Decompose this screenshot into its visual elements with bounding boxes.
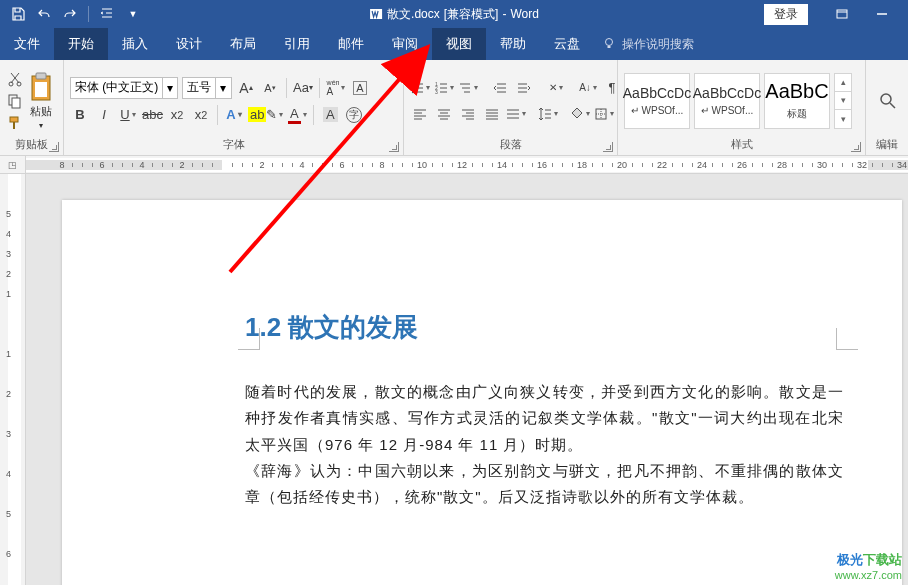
tab-help[interactable]: 帮助 bbox=[486, 28, 540, 60]
style-sample: AaBbCcDc bbox=[693, 85, 761, 101]
qat-dropdown-icon[interactable]: ▼ bbox=[123, 4, 143, 24]
text-effects-icon[interactable]: A bbox=[224, 105, 244, 125]
compat-mode: [兼容模式] bbox=[444, 6, 499, 23]
align-right-icon[interactable] bbox=[458, 104, 478, 124]
tab-cloud[interactable]: 云盘 bbox=[540, 28, 594, 60]
multilevel-list-icon[interactable] bbox=[458, 78, 478, 98]
font-launcher-icon[interactable] bbox=[389, 142, 399, 152]
tab-insert[interactable]: 插入 bbox=[108, 28, 162, 60]
highlight-icon[interactable]: ab✎ bbox=[248, 105, 283, 125]
style-card[interactable]: AaBbCcDc ↵ WPSOf... bbox=[694, 73, 760, 129]
align-distributed-icon[interactable] bbox=[506, 104, 526, 124]
styles-launcher-icon[interactable] bbox=[851, 142, 861, 152]
enclose-characters-icon[interactable]: 字 bbox=[344, 105, 364, 125]
superscript-icon[interactable]: x2 bbox=[191, 105, 211, 125]
tab-view[interactable]: 视图 bbox=[432, 28, 486, 60]
document-scroll[interactable]: 1.2 散文的发展 随着时代的发展，散文的概念由广义向狭义转变，并受到西方文化的… bbox=[26, 174, 908, 585]
tab-mailings[interactable]: 邮件 bbox=[324, 28, 378, 60]
increase-indent-icon[interactable] bbox=[514, 78, 534, 98]
style-name: ↵ WPSOf... bbox=[631, 105, 683, 116]
paste-button[interactable]: 粘贴 ▾ bbox=[28, 72, 54, 130]
copy-icon[interactable] bbox=[6, 92, 24, 110]
gallery-expand-icon[interactable]: ▾ bbox=[835, 110, 851, 127]
decrease-indent-icon[interactable] bbox=[490, 78, 510, 98]
tab-design[interactable]: 设计 bbox=[162, 28, 216, 60]
character-shading-icon[interactable]: A bbox=[320, 105, 340, 125]
svg-rect-10 bbox=[35, 82, 47, 97]
phonetic-guide-icon[interactable]: wénA bbox=[326, 78, 346, 98]
redo-icon[interactable] bbox=[60, 4, 80, 24]
undo-icon[interactable] bbox=[34, 4, 54, 24]
find-icon[interactable] bbox=[878, 91, 898, 111]
svg-point-13 bbox=[412, 90, 414, 92]
qat-customize-icon[interactable] bbox=[97, 4, 117, 24]
ribbon-display-options-icon[interactable] bbox=[822, 0, 862, 28]
sort-icon[interactable]: A↓ bbox=[578, 78, 598, 98]
vertical-ruler[interactable]: 5 4 3 2 1 1 2 3 4 5 6 bbox=[0, 174, 26, 585]
style-name: 标题 bbox=[787, 107, 807, 121]
svg-point-18 bbox=[881, 94, 891, 104]
title-bar-right: 登录 bbox=[764, 0, 908, 28]
tell-me-search[interactable]: 操作说明搜索 bbox=[602, 28, 694, 60]
save-icon[interactable] bbox=[8, 4, 28, 24]
document-paragraph: 《辞海》认为：中国六朝以来，为区别韵文与骈文，把凡不押韵、不重排偶的散体文章（包… bbox=[245, 458, 844, 511]
font-name-combo[interactable]: 宋体 (中文正文) ▾ bbox=[70, 77, 178, 99]
group-editing: 编辑 bbox=[866, 60, 908, 155]
align-center-icon[interactable] bbox=[434, 104, 454, 124]
line-spacing-icon[interactable] bbox=[538, 104, 558, 124]
styles-group-label: 样式 bbox=[618, 137, 865, 155]
tab-references[interactable]: 引用 bbox=[270, 28, 324, 60]
character-border-icon[interactable]: A bbox=[350, 78, 370, 98]
gallery-down-icon[interactable]: ▾ bbox=[835, 92, 851, 110]
ruler-corner[interactable]: ◳ bbox=[0, 156, 26, 174]
window-title: 散文.docx [兼容模式] - Word bbox=[369, 6, 539, 23]
cut-icon[interactable] bbox=[6, 70, 24, 88]
style-name: ↵ WPSOf... bbox=[701, 105, 753, 116]
chevron-down-icon: ▾ bbox=[162, 78, 176, 98]
align-left-icon[interactable] bbox=[410, 104, 430, 124]
font-size-combo[interactable]: 五号 ▾ bbox=[182, 77, 232, 99]
clipboard-launcher-icon[interactable] bbox=[49, 142, 59, 152]
format-painter-icon[interactable] bbox=[6, 114, 24, 132]
italic-icon[interactable]: I bbox=[94, 105, 114, 125]
document-paragraph: 随着时代的发展，散文的概念由广义向狭义转变，并受到西方文化的影响。散文是一种抒发… bbox=[245, 379, 844, 458]
grow-font-icon[interactable]: A▴ bbox=[236, 78, 256, 98]
title-bar: ▼ 散文.docx [兼容模式] - Word 登录 bbox=[0, 0, 908, 28]
align-justify-icon[interactable] bbox=[482, 104, 502, 124]
show-marks-icon[interactable]: ¶ bbox=[602, 78, 622, 98]
margin-corner-icon bbox=[836, 328, 858, 350]
quick-access-toolbar: ▼ bbox=[0, 4, 143, 24]
shading-icon[interactable] bbox=[570, 104, 590, 124]
asian-layout-icon[interactable]: ✕ bbox=[546, 78, 566, 98]
minimize-icon[interactable] bbox=[862, 0, 902, 28]
svg-text:3: 3 bbox=[435, 89, 438, 95]
tab-layout[interactable]: 布局 bbox=[216, 28, 270, 60]
style-gallery-more: ▴ ▾ ▾ bbox=[834, 73, 852, 129]
bullets-icon[interactable] bbox=[410, 78, 430, 98]
bold-icon[interactable]: B bbox=[70, 105, 90, 125]
horizontal-ruler[interactable]: 8642246810121416182022242628303234 bbox=[26, 156, 908, 174]
tab-home[interactable]: 开始 bbox=[54, 28, 108, 60]
subscript-icon[interactable]: x2 bbox=[167, 105, 187, 125]
paragraph-group-label: 段落 bbox=[404, 137, 617, 155]
paragraph-launcher-icon[interactable] bbox=[603, 142, 613, 152]
tab-review[interactable]: 审阅 bbox=[378, 28, 432, 60]
style-card[interactable]: AaBbC 标题 bbox=[764, 73, 830, 129]
gallery-up-icon[interactable]: ▴ bbox=[835, 74, 851, 92]
strikethrough-icon[interactable]: abc bbox=[142, 105, 163, 125]
ribbon: 粘贴 ▾ 剪贴板 宋体 (中文正文) ▾ 五号 ▾ bbox=[0, 60, 908, 156]
borders-icon[interactable] bbox=[594, 104, 614, 124]
underline-icon[interactable]: U bbox=[118, 105, 138, 125]
font-color-icon[interactable]: A bbox=[287, 105, 307, 125]
svg-point-11 bbox=[412, 82, 414, 84]
shrink-font-icon[interactable]: A▾ bbox=[260, 78, 280, 98]
numbering-icon[interactable]: 123 bbox=[434, 78, 454, 98]
paste-icon bbox=[28, 72, 54, 102]
separator bbox=[217, 105, 218, 125]
app-name: Word bbox=[510, 7, 538, 21]
tab-file[interactable]: 文件 bbox=[0, 28, 54, 60]
login-button[interactable]: 登录 bbox=[764, 4, 808, 25]
style-card[interactable]: AaBbCcDc ↵ WPSOf... bbox=[624, 73, 690, 129]
watermark-url: www.xz7.com bbox=[835, 569, 902, 581]
change-case-icon[interactable]: Aa▾ bbox=[293, 78, 313, 98]
